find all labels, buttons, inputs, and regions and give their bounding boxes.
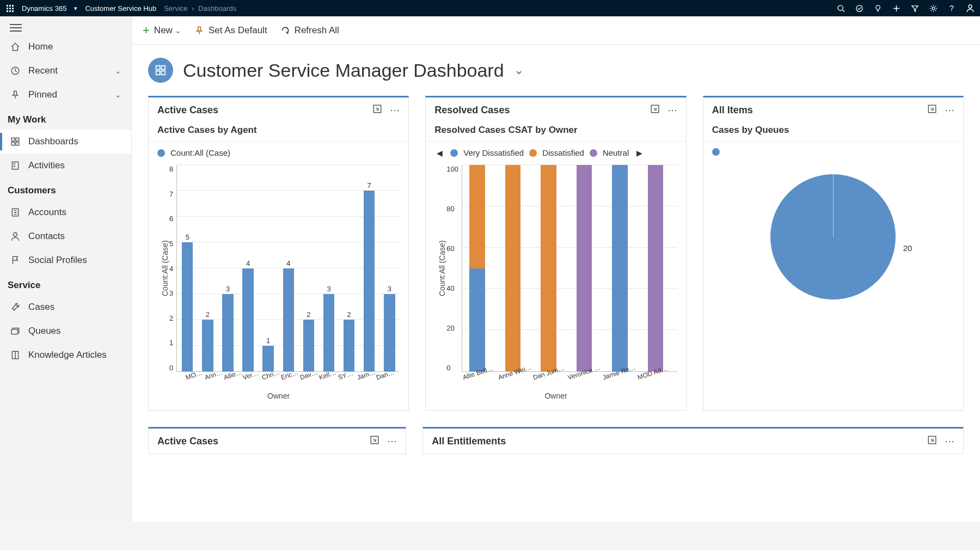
svg-rect-12 [16,138,19,141]
sidebar-item-label: Dashboards [28,136,78,147]
bar-value-label: 2 [347,310,351,319]
bar-value-label: 4 [286,259,290,267]
menu-toggle-icon[interactable] [10,24,26,32]
expand-icon[interactable] [650,104,660,116]
bar[interactable]: 3 [220,165,236,371]
pin-icon [194,26,204,35]
bar[interactable]: 2 [200,165,216,371]
more-icon[interactable]: ⋯ [945,435,954,447]
chevron-down-icon[interactable]: ⌄ [514,63,524,77]
sidebar-item-cases[interactable]: Cases [0,295,131,319]
sidebar-item-pinned[interactable]: Pinned ⌄ [0,83,131,107]
new-button[interactable]: +New⌄ [143,23,181,38]
expand-icon[interactable] [370,435,379,447]
bar[interactable]: 2 [301,165,316,371]
more-icon[interactable]: ⋯ [945,104,954,116]
app-launcher-icon[interactable] [5,4,14,13]
sidebar-item-social profiles[interactable]: Social Profiles [0,248,131,272]
sidebar-item-accounts[interactable]: Accounts [0,200,131,224]
stacked-bar[interactable] [464,165,496,371]
bar-segment[interactable] [648,165,663,371]
bar-value-label: 2 [307,310,310,319]
bar[interactable]: 3 [321,165,336,371]
legend-next-icon[interactable]: ▶ [634,149,645,157]
breadcrumb-item[interactable]: Dashboards [198,4,236,13]
bar-value-label: 4 [246,259,250,267]
add-icon[interactable] [892,4,901,13]
bar-segment[interactable] [612,165,627,371]
book-icon [10,350,21,360]
bar[interactable]: 2 [341,165,357,371]
expand-icon[interactable] [372,104,382,116]
svg-point-3 [875,5,880,9]
legend-label: Neutral [603,148,629,157]
command-bar: +New⌄ Set As Default Refresh All [132,16,980,45]
help-icon[interactable]: ? [947,4,956,13]
lightbulb-icon[interactable] [873,4,882,13]
task-icon[interactable] [855,4,863,13]
sidebar-item-contacts[interactable]: Contacts [0,224,131,248]
card-title: Resolved Cases [434,105,650,116]
sidebar-item-dashboards[interactable]: Dashboards [0,130,131,154]
bar[interactable]: 7 [362,165,377,371]
bar[interactable]: 4 [280,165,296,371]
sidebar-item-label: Activities [28,160,65,171]
sidebar-item-queues[interactable]: Queues [0,319,131,343]
bar-segment[interactable] [577,165,592,371]
product-name[interactable]: Dynamics 365 [22,4,66,13]
stacked-bar[interactable] [572,165,603,371]
sidebar-item-home[interactable]: Home [0,35,131,59]
legend-label: Dissatisfied [542,148,584,157]
card-title: All Entitlements [432,436,927,447]
stacked-bar[interactable] [608,165,639,371]
dashboard-badge-icon [148,58,173,83]
bar-segment[interactable] [469,268,485,372]
svg-point-20 [14,233,17,236]
bar-segment[interactable] [469,165,485,268]
card-subtitle: Resolved Cases CSAT by Owner [426,123,685,142]
hub-name[interactable]: Customer Service Hub [85,4,156,13]
card-title: Active Cases [157,436,370,447]
sidebar-item-recent[interactable]: Recent ⌄ [0,59,131,83]
x-axis-label: Owner [157,392,400,400]
card-all-items: All Items⋯ Cases by Queues 20 [703,96,964,411]
chevron-down-icon[interactable]: ▾ [74,5,77,12]
bar[interactable]: 3 [382,165,397,371]
queue-icon [10,326,21,337]
stacked-bar[interactable] [536,165,568,371]
settings-icon[interactable] [929,4,938,13]
bar[interactable]: 4 [240,165,256,371]
svg-rect-25 [161,71,165,75]
card-title: All Items [712,105,927,116]
bar[interactable]: 1 [260,165,276,371]
sidebar-item-knowledge articles[interactable]: Knowledge Articles [0,343,131,367]
legend-prev-icon[interactable]: ◀ [434,149,445,157]
filter-icon[interactable] [910,4,919,13]
bar[interactable]: 5 [180,165,195,371]
refresh-button[interactable]: Refresh All [280,25,339,36]
clock-icon [10,65,21,76]
expand-icon[interactable] [927,435,937,447]
legend-swatch [590,149,597,157]
breadcrumb-item[interactable]: Service [164,4,187,13]
pie-chart[interactable] [770,174,896,300]
stacked-bar[interactable] [500,165,532,371]
chevron-down-icon[interactable]: ⌄ [175,26,181,35]
more-icon[interactable]: ⋯ [667,104,677,116]
svg-rect-23 [161,66,165,70]
bar-value-label: 1 [266,337,270,345]
svg-rect-13 [11,142,15,145]
more-icon[interactable]: ⋯ [387,435,397,447]
chevron-down-icon: ⌄ [115,90,121,99]
bar-segment[interactable] [541,165,556,371]
bar-segment[interactable] [505,165,520,371]
sidebar-item-activities[interactable]: Activities [0,154,131,178]
user-icon[interactable] [966,4,975,13]
expand-icon[interactable] [927,104,937,116]
more-icon[interactable]: ⋯ [390,104,400,116]
stacked-bar[interactable] [643,165,675,371]
set-default-button[interactable]: Set As Default [194,25,267,36]
pin-icon [10,89,21,100]
bar-chart-plot: 52341423273 [176,165,400,372]
search-icon[interactable] [836,4,845,13]
